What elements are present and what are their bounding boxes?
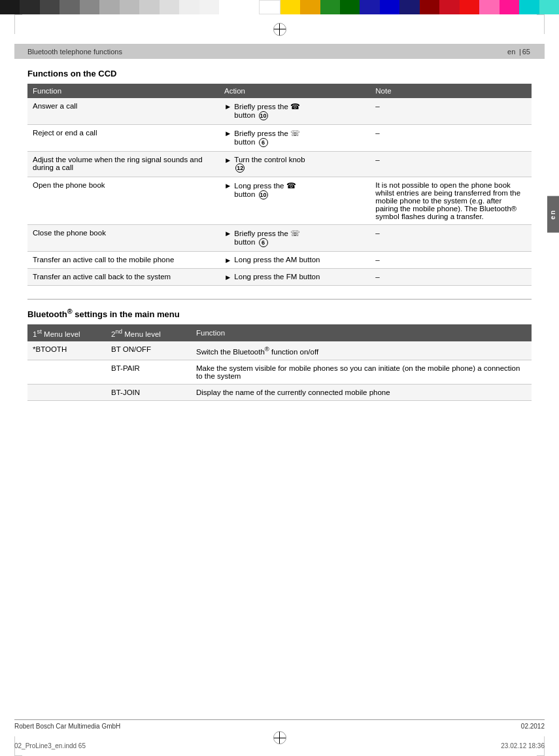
action-cell: ► Briefly press the ☏ button 6 — [219, 225, 370, 252]
action-arrow-icon: ► — [224, 156, 231, 164]
action-cell: ► Briefly press the ☏ button 6 — [219, 125, 370, 152]
function2-cell: Make the system visible for mobile phone… — [191, 360, 532, 384]
action-arrow-icon: ► — [224, 230, 231, 237]
function2-cell: Switch the Bluetooth® function on/off — [191, 341, 532, 360]
button-num-6b: 6 — [259, 238, 268, 247]
side-language-tab: en — [547, 196, 559, 233]
table-row: BT-PAIR Make the system visible for mobi… — [27, 360, 532, 384]
footer-date: 02.2012 — [521, 723, 545, 730]
button-num-12: 12 — [235, 163, 245, 173]
table-row: Transfer an active call back to the syst… — [27, 269, 532, 286]
function-cell: Close the phone book — [27, 225, 219, 252]
header-lang: en — [507, 48, 515, 56]
action-text: Long press the FM button — [234, 273, 320, 281]
function-text: Open the phone book — [33, 181, 105, 189]
main-content: Functions on the CCD Function Action Not… — [14, 59, 545, 424]
phone-answer-icon: ☎ — [290, 102, 300, 111]
action-arrow-icon: ► — [224, 103, 231, 111]
action-text: Briefly press the ☏ button 6 — [234, 229, 300, 247]
section-divider — [27, 299, 532, 300]
note-cell: – — [370, 125, 532, 152]
col-header-function: Function — [27, 84, 219, 98]
col-header-function2: Function — [191, 324, 532, 341]
table-row: *BTOOTH BT ON/OFF Switch the Bluetooth® … — [27, 341, 532, 360]
menu2-cell: BT-JOIN — [106, 384, 191, 400]
action-cell: ► Turn the control knob 12 — [219, 152, 370, 177]
function-cell: Open the phone book — [27, 177, 219, 225]
timestamp-info: 23.02.12 18:36 — [501, 742, 545, 749]
note-cell dash-cell: – — [370, 98, 532, 125]
table-row: BT-JOIN Display the name of the currentl… — [27, 384, 532, 400]
action-text: Turn the control knob 12 — [234, 156, 305, 173]
functions-table: Function Action Note Answer a call ► Bri… — [27, 84, 532, 286]
button-num-6a: 6 — [259, 138, 268, 147]
col-header-menu1: 1st Menu level — [27, 324, 106, 341]
note-cell: – — [370, 225, 532, 252]
footer-company: Robert Bosch Car Multimedia GmbH — [14, 723, 120, 730]
note-cell: – — [370, 269, 532, 286]
table-row: Open the phone book ► Long press the ☎ b… — [27, 177, 532, 225]
menu2-cell: BT-PAIR — [106, 360, 191, 384]
function2-cell: Display the name of the currently connec… — [191, 384, 532, 400]
button-num-10a: 10 — [259, 111, 268, 120]
function-text: Adjust the volume when the ring signal s… — [33, 156, 203, 171]
top-registration-area — [0, 14, 559, 44]
function-text: Transfer an active call to the mobile ph… — [33, 256, 174, 264]
action-arrow-icon: ► — [224, 182, 231, 190]
action-arrow-icon: ► — [224, 129, 231, 137]
action-text: Long press the ☎ button 10 — [234, 181, 296, 199]
function-cell: Adjust the volume when the ring signal s… — [27, 152, 219, 177]
table-row: Answer a call ► Briefly press the ☎ butt… — [27, 98, 532, 125]
col-header-menu2: 2nd Menu level — [106, 324, 191, 341]
section1-title: Functions on the CCD — [27, 69, 532, 78]
col-header-action: Action — [219, 84, 370, 98]
note-cell: – — [370, 252, 532, 269]
function-cell: Reject or end a call — [27, 125, 219, 152]
function-cell: Transfer an active call to the mobile ph… — [27, 252, 219, 269]
section2-title: Bluetooth® Bluetooth® settings in the ma… — [27, 307, 532, 319]
table-row: Close the phone book ► Briefly press the… — [27, 225, 532, 252]
function-cell: Answer a call — [27, 98, 219, 125]
footer: Robert Bosch Car Multimedia GmbH 02.2012 — [14, 719, 545, 730]
header-title: Bluetooth telephone functions — [27, 48, 122, 56]
function-text: Transfer an active call back to the syst… — [33, 273, 171, 281]
phone-end-icon2: ☏ — [290, 229, 300, 238]
action-arrow-icon: ► — [224, 256, 231, 264]
function-cell: Transfer an active call back to the syst… — [27, 269, 219, 286]
action-text: Briefly press the ☏ button 6 — [234, 129, 300, 147]
col-header-note: Note — [370, 84, 532, 98]
table-row: Transfer an active call to the mobile ph… — [27, 252, 532, 269]
header-separator: | — [519, 48, 521, 56]
menu1-cell: *BTOOTH — [27, 341, 106, 360]
corner-tl — [14, 14, 22, 34]
corner-tr — [537, 14, 545, 34]
phone-end-icon: ☏ — [290, 129, 300, 138]
action-cell: ► Briefly press the ☎ button 10 — [219, 98, 370, 125]
bluetooth-settings-table: 1st Menu level 2nd Menu level Function *… — [27, 324, 532, 401]
action-cell: ► Long press the AM button — [219, 252, 370, 269]
action-cell: ► Long press the FM button — [219, 269, 370, 286]
function-text: Close the phone book — [33, 229, 106, 237]
menu2-cell: BT ON/OFF — [106, 341, 191, 360]
action-cell: ► Long press the ☎ button 10 — [219, 177, 370, 225]
action-text: Briefly press the ☎ button 10 — [234, 102, 300, 120]
registration-mark-top — [273, 23, 286, 36]
menu1-cell — [27, 360, 106, 384]
function-text: Answer a call — [33, 102, 77, 110]
table-row: Adjust the volume when the ring signal s… — [27, 152, 532, 177]
file-info: 02_ProLine3_en.indd 65 — [14, 742, 86, 749]
function-text: Reject or end a call — [33, 129, 97, 137]
header-bar: Bluetooth telephone functions en |65 — [14, 44, 545, 59]
menu1-cell — [27, 384, 106, 400]
note-cell: It is not possible to open the phone boo… — [370, 177, 532, 225]
table-row: Reject or end a call ► Briefly press the… — [27, 125, 532, 152]
note-cell: – — [370, 152, 532, 177]
action-arrow-icon: ► — [224, 273, 231, 281]
color-bar — [0, 0, 559, 14]
button-num-10b: 10 — [259, 190, 268, 199]
phone-answer-icon2: ☎ — [286, 181, 296, 190]
very-bottom-bar: 02_ProLine3_en.indd 65 23.02.12 18:36 — [14, 742, 545, 749]
header-page-num: en |65 — [507, 46, 532, 56]
action-text: Long press the AM button — [234, 256, 320, 264]
